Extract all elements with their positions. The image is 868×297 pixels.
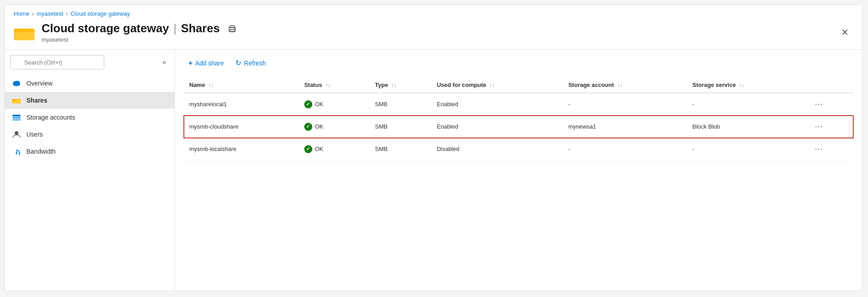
sort-icon-storage-account: ↑↓ (617, 82, 622, 88)
cell-actions: ··· (807, 138, 853, 160)
svg-rect-14 (13, 115, 21, 116)
folder-icon (14, 23, 35, 41)
sidebar-item-storage-accounts[interactable]: Storage accounts (5, 109, 174, 126)
collapse-button[interactable]: « (160, 56, 169, 68)
sort-icon-storage-service: ↑↓ (739, 82, 744, 88)
cell-used-for-compute: Enabled (431, 93, 563, 116)
sort-icon-name: ↑↓ (208, 82, 213, 88)
print-button[interactable] (224, 22, 240, 35)
close-button[interactable]: ✕ (837, 25, 853, 39)
shares-table: Name ↑↓ Status ↑↓ Type ↑↓ Used for com (184, 77, 853, 160)
sort-icon-status: ↑↓ (325, 82, 330, 88)
sidebar-item-users[interactable]: Users (5, 126, 174, 143)
sidebar: 🔍 « Overview (5, 50, 175, 291)
svg-rect-16 (13, 119, 21, 121)
pipe-separator: | (174, 22, 177, 35)
breadcrumb-myasetest[interactable]: myasetest (37, 10, 63, 17)
svg-rect-4 (230, 26, 234, 28)
col-storage-account[interactable]: Storage account ↑↓ (563, 77, 687, 93)
shares-folder-icon (12, 96, 21, 105)
col-storage-service[interactable]: Storage service ↑↓ (687, 77, 807, 93)
cell-used-for-compute: Disabled (431, 138, 563, 160)
svg-rect-2 (14, 29, 23, 32)
row-ellipsis-button[interactable]: ··· (812, 143, 825, 155)
svg-point-19 (16, 152, 17, 154)
svg-point-10 (14, 81, 18, 84)
user-icon (12, 130, 21, 139)
row-ellipsis-button[interactable]: ··· (812, 121, 825, 132)
breadcrumb-home[interactable]: Home (14, 10, 30, 17)
page-title: Cloud storage gateway | Shares (42, 22, 240, 35)
breadcrumb-current: Cloud storage gateway (71, 10, 130, 17)
bandwidth-icon (12, 147, 21, 156)
add-share-label: Add share (195, 60, 224, 67)
add-icon: + (188, 59, 192, 67)
table-header: Name ↑↓ Status ↑↓ Type ↑↓ Used for com (184, 77, 853, 93)
title-left: Cloud storage gateway | Shares myasetest (14, 22, 240, 43)
cell-storage-service: Block Blob (687, 116, 807, 138)
sidebar-item-shares[interactable]: Shares (5, 92, 174, 109)
toolbar: + Add share ↻ Refresh (184, 56, 853, 70)
breadcrumb-sep1: › (32, 10, 34, 17)
col-actions (807, 77, 853, 93)
col-status[interactable]: Status ↑↓ (299, 77, 370, 93)
cell-status: ✓ OK (299, 116, 370, 138)
sort-icon-compute: ↑↓ (489, 82, 494, 88)
storage-icon (12, 113, 21, 122)
col-used-for-compute[interactable]: Used for compute ↑↓ (431, 77, 563, 93)
cell-storage-account: - (563, 93, 687, 116)
table-row[interactable]: mysmb-localshare ✓ OK SMB Disabled - - ·… (184, 138, 853, 160)
sort-icon-type: ↑↓ (391, 82, 396, 88)
sidebar-label-storage-accounts: Storage accounts (26, 114, 75, 121)
cell-storage-account: - (563, 138, 687, 160)
cell-type: SMB (370, 116, 431, 138)
cell-actions: ··· (807, 116, 853, 138)
status-label: OK (315, 146, 323, 152)
cell-status: ✓ OK (299, 93, 370, 116)
search-input[interactable] (10, 55, 104, 69)
status-ok-icon: ✓ (304, 100, 312, 108)
svg-rect-13 (12, 99, 16, 100)
subtitle: myasetest (42, 36, 240, 43)
breadcrumb-sep2: › (66, 10, 68, 17)
refresh-icon: ↻ (235, 59, 241, 67)
cell-storage-service: - (687, 93, 807, 116)
breadcrumb: Home › myasetest › Cloud storage gateway (5, 5, 862, 19)
col-type[interactable]: Type ↑↓ (370, 77, 431, 93)
svg-rect-1 (14, 31, 34, 40)
svg-rect-5 (230, 30, 234, 32)
main-container: Home › myasetest › Cloud storage gateway… (4, 4, 863, 291)
sidebar-label-overview: Overview (26, 80, 52, 87)
title-main: Cloud storage gateway (42, 22, 169, 35)
cell-storage-account: mynewsa1 (563, 116, 687, 138)
check-mark: ✓ (306, 101, 310, 107)
check-mark: ✓ (306, 146, 310, 152)
sidebar-item-bandwidth[interactable]: Bandwidth (5, 143, 174, 160)
main-content: + Add share ↻ Refresh Name ↑↓ (175, 50, 862, 291)
row-ellipsis-button[interactable]: ··· (812, 99, 825, 110)
cloud-icon (12, 79, 21, 88)
svg-rect-12 (12, 100, 21, 103)
cell-storage-service: - (687, 138, 807, 160)
add-share-button[interactable]: + Add share (184, 56, 228, 70)
cell-type: SMB (370, 93, 431, 116)
search-wrapper: 🔍 (10, 55, 156, 69)
sidebar-label-users: Users (26, 131, 43, 138)
search-bar: 🔍 « (10, 55, 169, 69)
svg-rect-15 (13, 117, 21, 119)
sidebar-item-overview[interactable]: Overview (5, 75, 174, 92)
table-row[interactable]: mysmb-cloudshare ✓ OK SMB Enabled mynews… (184, 116, 853, 138)
status-ok-icon: ✓ (304, 145, 312, 153)
col-name[interactable]: Name ↑↓ (184, 77, 299, 93)
svg-point-6 (234, 28, 235, 29)
cell-name: mysharelocal1 (184, 93, 299, 116)
svg-point-17 (15, 131, 18, 135)
title-text-group: Cloud storage gateway | Shares myasetest (42, 22, 240, 43)
table-row[interactable]: mysharelocal1 ✓ OK SMB Enabled - - ··· (184, 93, 853, 116)
cell-used-for-compute: Enabled (431, 116, 563, 138)
cell-actions: ··· (807, 93, 853, 116)
sidebar-label-shares: Shares (26, 97, 47, 104)
check-mark: ✓ (306, 124, 310, 129)
refresh-button[interactable]: ↻ Refresh (231, 56, 270, 70)
cell-name: mysmb-cloudshare (184, 116, 299, 138)
